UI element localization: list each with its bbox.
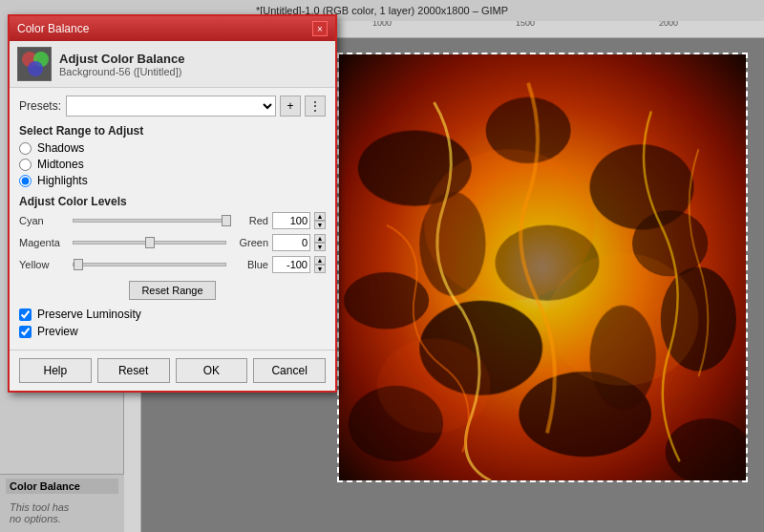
- radio-midtones: Midtones: [19, 158, 326, 171]
- dialog-header: Adjust Color Balance Background-56 ([Unt…: [10, 41, 335, 88]
- help-button[interactable]: Help: [19, 358, 92, 383]
- radio-shadows-label: Shadows: [37, 141, 84, 155]
- slider-yellow-label: Yellow: [19, 259, 69, 270]
- slider-magenta-track[interactable]: [73, 241, 226, 245]
- tool-options-text: This tool hasno options.: [6, 498, 118, 528]
- radio-highlights-input[interactable]: [19, 175, 32, 187]
- presets-manage-button[interactable]: ⋮: [305, 96, 326, 117]
- radio-shadows: Shadows: [19, 141, 326, 155]
- dialog-header-title: Adjust Color Balance: [59, 52, 184, 66]
- slider-green-spin: ▲ ▼: [314, 234, 326, 251]
- slider-red-value-input[interactable]: [272, 212, 310, 229]
- slider-yellow-thumb[interactable]: [74, 259, 83, 270]
- reset-range-button[interactable]: Reset Range: [129, 281, 215, 300]
- select-range-label: Select Range to Adjust: [19, 124, 326, 138]
- slider-magenta-label: Magenta: [19, 237, 69, 248]
- slider-blue-label: Blue: [230, 259, 268, 270]
- ruler-label-1500: 1500: [516, 21, 535, 28]
- presets-label: Presets:: [19, 99, 62, 113]
- select-range-group: Shadows Midtones Highlights: [19, 141, 326, 187]
- slider-row-cyan-red: Cyan Red ▲ ▼: [19, 212, 326, 229]
- slider-green-value-input[interactable]: [272, 234, 310, 251]
- dialog-buttons: Help Reset OK Cancel: [10, 350, 335, 391]
- dialog-icon: [17, 47, 52, 81]
- slider-blue-spin-down[interactable]: ▼: [314, 265, 326, 273]
- slider-red-spin: ▲ ▼: [314, 212, 326, 229]
- svg-point-17: [547, 253, 699, 386]
- cancel-button[interactable]: Cancel: [253, 358, 326, 383]
- slider-cyan-label: Cyan: [19, 215, 69, 226]
- tool-options-title: Color Balance: [6, 479, 118, 494]
- dialog-titlebar: Color Balance ×: [10, 16, 335, 41]
- fire-canvas: [337, 53, 748, 482]
- slider-blue-value-input[interactable]: [272, 256, 310, 273]
- ruler-label-1000: 1000: [372, 21, 392, 28]
- slider-magenta-thumb[interactable]: [145, 237, 155, 248]
- presets-row: Presets: + ⋮: [19, 96, 326, 117]
- dialog-body: Presets: + ⋮ Select Range to Adjust Shad…: [10, 88, 335, 350]
- radio-highlights: Highlights: [19, 174, 326, 187]
- slider-blue-spin-up[interactable]: ▲: [314, 256, 326, 265]
- radio-highlights-label: Highlights: [37, 174, 88, 187]
- preview-checkbox[interactable]: [19, 326, 32, 338]
- dialog-header-subtitle: Background-56 ([Untitled]): [59, 66, 184, 77]
- ruler-label-2000: 2000: [659, 21, 678, 28]
- slider-cyan-thumb[interactable]: [222, 215, 231, 226]
- slider-yellow-track[interactable]: [73, 263, 226, 266]
- slider-cyan-track[interactable]: [73, 219, 226, 223]
- slider-green-spin-up[interactable]: ▲: [314, 234, 326, 243]
- radio-midtones-input[interactable]: [19, 159, 32, 171]
- slider-green-label: Green: [230, 237, 268, 248]
- color-balance-dialog: Color Balance × Adjust Color Balance Bac…: [8, 14, 337, 393]
- svg-point-22: [28, 61, 43, 76]
- slider-row-yellow-blue: Yellow Blue ▲ ▼: [19, 256, 326, 273]
- presets-add-button[interactable]: +: [280, 96, 301, 117]
- adjust-levels-label: Adjust Color Levels: [19, 195, 326, 208]
- preserve-luminosity-label: Preserve Luminosity: [37, 308, 141, 321]
- dialog-close-button[interactable]: ×: [312, 21, 328, 36]
- preserve-luminosity-checkbox[interactable]: [19, 309, 32, 321]
- svg-point-18: [377, 338, 491, 433]
- radio-midtones-label: Midtones: [37, 158, 84, 171]
- reset-button[interactable]: Reset: [97, 358, 170, 383]
- slider-red-label: Red: [230, 215, 268, 226]
- sliders-section: Cyan Red ▲ ▼ Magenta: [19, 212, 326, 273]
- slider-blue-spin: ▲ ▼: [314, 256, 326, 273]
- slider-red-spin-up[interactable]: ▲: [314, 212, 326, 221]
- slider-green-spin-down[interactable]: ▼: [314, 243, 326, 251]
- slider-red-spin-down[interactable]: ▼: [314, 221, 326, 229]
- preview-row: Preview: [19, 325, 326, 338]
- ok-button[interactable]: OK: [176, 358, 248, 383]
- preserve-luminosity-row: Preserve Luminosity: [19, 308, 326, 321]
- preview-label: Preview: [37, 325, 78, 338]
- presets-select[interactable]: [66, 96, 276, 117]
- radio-shadows-input[interactable]: [19, 142, 32, 155]
- dialog-title: Color Balance: [17, 22, 89, 35]
- slider-row-magenta-green: Magenta Green ▲ ▼: [19, 234, 326, 251]
